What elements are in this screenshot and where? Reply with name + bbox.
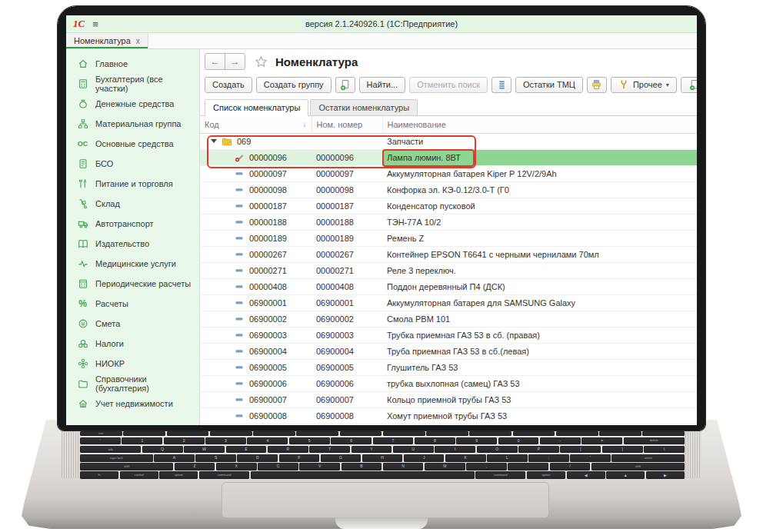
key-7[interactable]: 7 bbox=[373, 437, 414, 445]
sidebar-item-7[interactable]: Питание и торговля bbox=[66, 174, 199, 194]
key-9[interactable]: 9 bbox=[456, 437, 497, 445]
key-blank[interactable] bbox=[253, 431, 295, 436]
table-row[interactable]: 0690000306900003Трубка приемная ГАЗ 53 в… bbox=[200, 327, 697, 343]
sidebar-item-6[interactable]: БСО bbox=[66, 154, 199, 174]
key-X[interactable]: X bbox=[216, 463, 257, 470]
key-delete[interactable]: delete bbox=[624, 437, 685, 445]
sidebar-item-4[interactable]: Материальная группа bbox=[66, 114, 199, 134]
key-blank[interactable] bbox=[513, 431, 555, 436]
sidebar-item-15[interactable]: Налоги bbox=[66, 334, 199, 354]
key-6[interactable]: 6 bbox=[331, 437, 372, 445]
expander-icon[interactable] bbox=[211, 139, 217, 143]
view-tab-ostatki[interactable]: Остатки номенклатуры bbox=[310, 99, 418, 115]
toolbar-button-создать-группу[interactable]: Создать группу bbox=[256, 77, 332, 93]
tab-nomenklatura[interactable]: Номенклатура x bbox=[66, 33, 148, 48]
key-Q[interactable]: Q bbox=[142, 446, 183, 454]
code-cell[interactable]: 06900005 bbox=[200, 359, 312, 375]
key-R[interactable]: R bbox=[268, 446, 308, 454]
key-;[interactable]: ; bbox=[528, 454, 569, 462]
table-row[interactable]: 0000026700000267Контейнер EPSON T6641 с … bbox=[200, 246, 697, 262]
name-cell[interactable]: Лампа люмин. 8ВТ bbox=[382, 149, 697, 165]
key-E[interactable]: E bbox=[226, 446, 267, 454]
nom-number-cell[interactable]: 06900004 bbox=[312, 343, 382, 359]
nom-number-cell[interactable]: 06900003 bbox=[312, 327, 382, 343]
table-row[interactable]: 0690000806900008Хомут приемной трубы ГАЗ… bbox=[200, 407, 697, 424]
toolbar-button-скопироват[interactable]: Скопироват bbox=[681, 77, 697, 93]
sidebar-item-9[interactable]: Автотранспорт bbox=[66, 214, 199, 234]
code-cell[interactable]: 00000267 bbox=[200, 246, 312, 262]
key-\[interactable]: \ bbox=[644, 446, 685, 454]
code-cell[interactable]: 06900008 bbox=[200, 407, 312, 424]
key-=[interactable]: = bbox=[581, 437, 622, 445]
key-▶[interactable]: ▶ bbox=[646, 471, 685, 479]
key-blank[interactable] bbox=[642, 431, 685, 436]
key-F[interactable]: F bbox=[279, 454, 320, 462]
key-[[interactable]: [ bbox=[560, 446, 601, 454]
nom-number-cell[interactable]: 00000098 bbox=[312, 181, 382, 198]
code-cell[interactable]: 06900004 bbox=[200, 343, 312, 359]
key-blank[interactable] bbox=[469, 431, 511, 436]
sidebar-item-13[interactable]: %Расчеты bbox=[66, 294, 199, 314]
toolbar-button-остатки-тмц[interactable]: Остатки ТМЦ bbox=[515, 77, 583, 93]
key-blank[interactable] bbox=[123, 431, 165, 436]
column-header-code[interactable]: Код ↓ bbox=[200, 116, 312, 133]
sidebar-item-17[interactable]: Справочники (бухгалтерия) bbox=[66, 374, 199, 394]
key-control[interactable]: control bbox=[120, 471, 158, 479]
name-cell[interactable]: ТЭН-77А 10/2 bbox=[382, 214, 697, 230]
table-row[interactable]: 0000040800000408Поддон деревянный П4 (ДС… bbox=[200, 278, 697, 294]
key-blank[interactable] bbox=[251, 471, 475, 479]
code-cell[interactable]: 00000408 bbox=[200, 278, 312, 294]
table-row[interactable]: 0000018800000188ТЭН-77А 10/2 bbox=[200, 214, 697, 230]
key-shift[interactable]: shift bbox=[80, 463, 173, 470]
name-cell[interactable]: Аккумуляторная батарея Kiper P 12V/2/9Ah bbox=[382, 165, 697, 181]
key-V[interactable]: V bbox=[299, 463, 340, 470]
key-Y[interactable]: Y bbox=[352, 446, 392, 454]
nom-number-cell[interactable] bbox=[312, 133, 382, 149]
nom-number-cell[interactable]: 00000408 bbox=[312, 278, 382, 294]
sidebar-item-10[interactable]: Издательство bbox=[66, 234, 199, 254]
key-4[interactable]: 4 bbox=[247, 437, 288, 445]
key-O[interactable]: O bbox=[477, 446, 518, 454]
column-header-name[interactable]: Наименование bbox=[382, 116, 697, 133]
code-cell[interactable]: 00000188 bbox=[200, 214, 312, 230]
code-cell[interactable]: 06900007 bbox=[200, 391, 312, 407]
table-row[interactable]: 0690000706900007Кольцо приемной трубы ГА… bbox=[200, 391, 697, 407]
key-`[interactable]: ` bbox=[80, 437, 121, 445]
table-row[interactable]: 0690000506900005Глушитель ГАЗ 53 bbox=[200, 359, 697, 375]
sidebar-item-8[interactable]: Склад bbox=[66, 194, 199, 214]
key-blank[interactable] bbox=[340, 431, 382, 436]
key-return[interactable]: return bbox=[611, 454, 685, 462]
key-5[interactable]: 5 bbox=[289, 437, 330, 445]
key-blank[interactable] bbox=[210, 431, 252, 436]
name-cell[interactable]: Кольцо приемной трубы ГАЗ 53 bbox=[382, 391, 697, 407]
key-N[interactable]: N bbox=[383, 463, 424, 470]
back-button[interactable]: ← bbox=[205, 53, 225, 70]
toolbar-button-создать[interactable]: Создать bbox=[205, 77, 252, 93]
toolbar-button-найти-[interactable]: Найти... bbox=[359, 77, 406, 93]
key-J[interactable]: J bbox=[404, 454, 445, 462]
key-S[interactable]: S bbox=[195, 454, 236, 462]
sort-descending-icon[interactable]: ↓ bbox=[303, 120, 307, 128]
key-command[interactable]: command bbox=[199, 471, 249, 479]
nom-number-cell[interactable]: 06900006 bbox=[312, 375, 382, 391]
code-cell[interactable]: 06900003 bbox=[200, 327, 312, 343]
sidebar-item-1[interactable]: Главное bbox=[66, 54, 199, 74]
sidebar-item-18[interactable]: Учет недвижимости bbox=[66, 394, 199, 414]
name-cell[interactable]: Конденсатор пусковой bbox=[382, 198, 697, 214]
key-/[interactable]: / bbox=[550, 463, 591, 470]
name-cell[interactable]: Глушитель ГАЗ 53 bbox=[382, 359, 697, 375]
sidebar-item-11[interactable]: Медицинские услуги bbox=[66, 254, 199, 274]
key-G[interactable]: G bbox=[321, 454, 362, 462]
key-blank[interactable] bbox=[167, 431, 209, 436]
table-row[interactable]: 0000009600000096Лампа люмин. 8ВТ bbox=[200, 149, 697, 165]
key-A[interactable]: A bbox=[154, 454, 195, 462]
table-row[interactable]: 0000009800000098Конфорка эл. КЭ-0.12/3.0… bbox=[200, 181, 697, 198]
toolbar-list-icon[interactable] bbox=[491, 77, 511, 93]
key-T[interactable]: T bbox=[309, 446, 350, 454]
trackpad[interactable] bbox=[222, 482, 549, 518]
key-esc[interactable]: esc bbox=[80, 431, 122, 436]
sidebar-item-3[interactable]: Денежные средства bbox=[66, 94, 199, 114]
key-option[interactable]: option bbox=[527, 471, 565, 479]
table-row[interactable]: 0690000406900004Труба приемная ГАЗ 53 в … bbox=[200, 343, 697, 359]
name-cell[interactable]: Аккумуляторная батарея для SAMSUNG Galax… bbox=[382, 294, 697, 311]
